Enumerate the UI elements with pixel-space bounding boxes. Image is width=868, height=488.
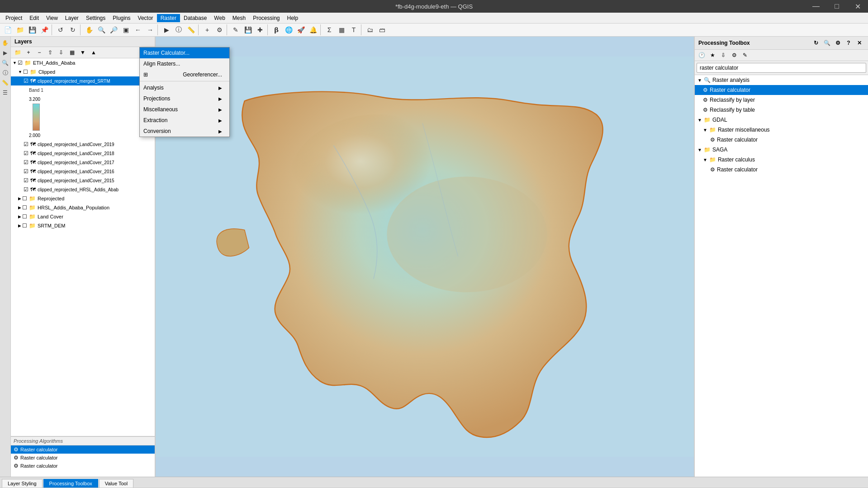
layer-srtm-merged[interactable]: ☑ 🗺 clipped_reprojected_merged_SRTM [11,76,155,85]
toolbox-settings-btn[interactable]: ⚙ [833,38,843,47]
tb-layer-add[interactable]: + [201,24,213,35]
tb-open[interactable]: 📁 [14,24,26,35]
cb-lc2018[interactable]: ☑ [24,150,28,156]
menu-raster[interactable]: Raster [157,14,180,22]
proc-item-2[interactable]: ⚙ Raster calculator [11,454,155,462]
tb-save[interactable]: 💾 [26,24,38,35]
layer-clipped[interactable]: ▼ ☐ 📁 Clipped [11,67,155,76]
tb-zoom-extent[interactable]: ▣ [120,24,132,35]
tb-sort-btn[interactable]: ⇩ [718,51,728,60]
tb-plugin2[interactable]: 🔔 [307,24,319,35]
layer-landcover[interactable]: ▶ ☐ 📁 Land Cover [11,212,155,221]
tab-layer-styling[interactable]: Layer Styling [2,479,43,488]
menu-plugins[interactable]: Plugins [109,14,134,22]
tb-info[interactable]: ⓘ [173,24,185,35]
sidebar-identify-btn[interactable]: ⓘ [1,68,10,77]
tb-zoom-prev[interactable]: ← [132,24,144,35]
toolbox-help-btn[interactable]: ? [844,38,854,47]
tb-save-edits[interactable]: 💾 [242,24,254,35]
tb-select[interactable]: ▶ [161,24,172,35]
tb-zoom-out[interactable]: 🔎 [108,24,119,35]
cb-hrsl[interactable]: ☑ [24,186,28,193]
tb-measure[interactable]: 📏 [185,24,197,35]
sidebar-zoom-btn[interactable]: 🔍 [1,58,10,67]
tb-stats[interactable]: ▦ [336,24,347,35]
menu-mesh[interactable]: Mesh [229,14,249,22]
menu-georeferencer[interactable]: ⊞ Georeferencer... [156,69,229,80]
proc-item-1[interactable]: ⚙ Raster calculator [11,445,155,454]
close-button[interactable]: ✕ [847,0,868,13]
layer-landcover-2018[interactable]: ☑ 🗺 clipped_reprojected_LandCover_2018 [11,149,155,158]
layers-expand-btn[interactable]: ▼ [78,48,88,57]
layers-open-btn[interactable]: 📁 [13,48,23,57]
menu-project[interactable]: Project [2,14,26,22]
menu-layer[interactable]: Layer [62,14,82,22]
menu-web[interactable]: Web [210,14,228,22]
menu-align-rasters[interactable]: Align Rasters... [156,58,229,69]
sidebar-attr-btn[interactable]: ☰ [1,88,10,97]
menu-settings[interactable]: Settings [82,14,109,22]
toolbox-refresh-btn[interactable]: ↻ [811,38,821,47]
menu-help[interactable]: Help [284,14,302,22]
layers-filter-btn[interactable]: ▦ [67,48,77,57]
tree-raster-misc[interactable]: ▼ 📁 Raster miscellaneous [695,125,868,135]
tb-saveas[interactable]: 📌 [38,24,50,35]
menu-edit[interactable]: Edit [26,14,43,22]
menu-database[interactable]: Database [180,14,210,22]
menu-conversion[interactable]: Conversion ▶ [156,126,229,137]
menu-miscellaneous[interactable]: Miscellaneous ▶ [156,104,229,115]
checkbox-srtm[interactable]: ☑ [24,78,28,84]
cb-srtmdem[interactable]: ☐ [22,223,27,229]
layer-landcover-2017[interactable]: ☑ 🗺 clipped_reprojected_LandCover_2017 [11,158,155,167]
tab-value-tool[interactable]: Value Tool [99,479,133,488]
sidebar-measure-btn[interactable]: 📏 [1,78,10,87]
tb-new-btn[interactable]: ✎ [740,51,750,60]
tb-globe[interactable]: 🌐 [283,24,294,35]
cb-lc2017[interactable]: ☑ [24,159,28,166]
layer-landcover-2016[interactable]: ☑ 🗺 clipped_reprojected_LandCover_2016 [11,167,155,176]
sidebar-pan-btn[interactable]: ✋ [1,38,10,47]
tb-pan[interactable]: ✋ [83,24,95,35]
layer-landcover-2015[interactable]: ☑ 🗺 clipped_reprojected_LandCover_2015 [11,176,155,185]
layers-down-btn[interactable]: ⇩ [56,48,66,57]
cb-reproj[interactable]: ☐ [22,195,27,202]
tb-add-feature[interactable]: ✚ [254,24,266,35]
tb-layout[interactable]: 🗂 [364,24,376,35]
tree-gdal[interactable]: ▼ 📁 GDAL [695,115,868,125]
tb-history-btn[interactable]: 🕐 [697,51,707,60]
toolbox-filter-btn[interactable]: 🔍 [822,38,832,47]
tree-raster-calculator-2[interactable]: ⚙ Raster calculator [695,135,868,145]
tb-report[interactable]: 🗃 [376,24,388,35]
menu-projections[interactable]: Projections ▶ [156,93,229,104]
tb-zoom-in[interactable]: 🔍 [95,24,107,35]
tb-bookmark-btn[interactable]: ★ [707,51,717,60]
tb-zoom-next[interactable]: → [144,24,156,35]
toolbox-close-btn[interactable]: ✕ [854,38,864,47]
map-area[interactable]: Raster Calculator... Align Rasters... ⊞ … [156,37,694,477]
tree-raster-calculator-3[interactable]: ⚙ Raster calculator [695,165,868,175]
sidebar-select-btn[interactable]: ▶ [1,48,10,57]
tree-raster-calculus[interactable]: ▼ 📁 Raster calculus [695,155,868,165]
tb-new[interactable]: 📄 [2,24,14,35]
tb-redo[interactable]: ↻ [67,24,79,35]
layers-remove-btn[interactable]: − [34,48,44,57]
tb-python[interactable]: 𝝱 [270,24,282,35]
minimize-button[interactable]: — [806,0,826,13]
tb-plugin1[interactable]: 🚀 [295,24,307,35]
menu-processing[interactable]: Processing [249,14,283,22]
tb-text[interactable]: T [348,24,360,35]
tree-saga[interactable]: ▼ 📁 SAGA [695,145,868,155]
cb-hrslpop[interactable]: ☐ [22,204,27,211]
tb-sigma[interactable]: Σ [323,24,335,35]
layers-add-btn[interactable]: + [24,48,33,57]
layer-srtmdem[interactable]: ▶ ☐ 📁 SRTM_DEM [11,221,155,230]
menu-extraction[interactable]: Extraction ▶ [156,115,229,126]
menu-raster-calculator[interactable]: Raster Calculator... [156,47,229,58]
tree-raster-calculator-1[interactable]: ⚙ Raster calculator [695,85,868,95]
tb-layer-prop[interactable]: ⚙ [213,24,225,35]
tab-processing-toolbox[interactable]: Processing Toolbox [43,479,98,488]
cb-lc2016[interactable]: ☑ [24,168,28,175]
layer-landcover-2019[interactable]: ☑ 🗺 clipped_reprojected_LandCover_2019 [11,140,155,149]
tb-settings2-btn[interactable]: ⚙ [729,51,739,60]
cb-lc[interactable]: ☐ [22,213,27,220]
